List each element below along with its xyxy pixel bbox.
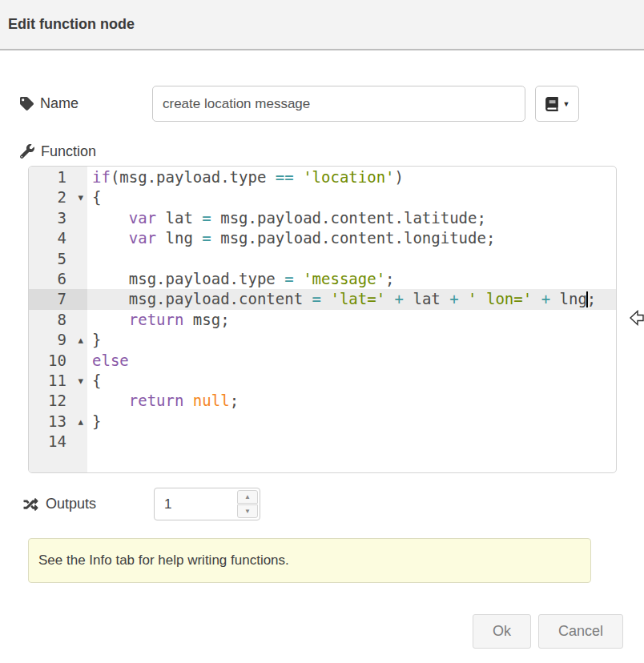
gutter-line-5: 5 <box>29 249 87 269</box>
outputs-label: Outputs <box>22 488 96 520</box>
spin-up-icon: ▲ <box>244 493 251 500</box>
ok-button[interactable]: Ok <box>473 614 531 649</box>
gutter-line-10: 10 <box>29 351 87 371</box>
editor-code[interactable]: if(msg.payload.type == 'location'){ var … <box>87 167 616 472</box>
fold-end-icon[interactable]: ▴ <box>78 330 83 350</box>
code-line-12[interactable]: return null; <box>87 391 616 411</box>
outputs-label-text: Outputs <box>46 496 96 512</box>
fold-end-icon[interactable]: ▴ <box>78 412 83 432</box>
outputs-spin-buttons: ▲ ▼ <box>237 490 258 518</box>
fold-open-icon[interactable]: ▾ <box>78 187 83 207</box>
code-line-1[interactable]: if(msg.payload.type == 'location') <box>87 167 616 187</box>
mouse-cursor <box>630 310 644 330</box>
gutter-line-8: 8 <box>29 310 87 330</box>
outputs-input[interactable] <box>155 488 233 520</box>
spin-up-button[interactable]: ▲ <box>237 490 258 504</box>
code-line-7[interactable]: msg.payload.content = 'lat=' + lat + ' l… <box>87 289 616 309</box>
code-line-13[interactable]: } <box>87 412 616 432</box>
code-line-3[interactable]: var lat = msg.payload.content.latitude; <box>87 208 616 228</box>
name-input[interactable] <box>152 86 525 122</box>
editor-gutter: 12▾3456789▴1011▾1213▴14 <box>29 167 87 472</box>
gutter-line-2: 2▾ <box>29 187 87 207</box>
code-line-4[interactable]: var lng = msg.payload.content.longitude; <box>87 228 616 248</box>
gutter-line-7: 7 <box>29 289 87 309</box>
gutter-line-9: 9▴ <box>29 330 87 350</box>
code-line-11[interactable]: { <box>87 371 616 391</box>
wrench-icon <box>20 144 34 159</box>
code-line-14[interactable] <box>87 432 616 452</box>
text-cursor <box>586 291 588 307</box>
code-line-6[interactable]: msg.payload.type = 'message'; <box>87 269 616 289</box>
shuffle-icon <box>22 497 39 512</box>
info-tip: See the Info tab for help writing functi… <box>28 538 591 583</box>
dialog-header: Edit function node <box>0 0 644 50</box>
function-label: Function <box>20 141 96 162</box>
gutter-line-12: 12 <box>29 391 87 411</box>
name-label: Name <box>20 86 78 122</box>
spin-down-button[interactable]: ▼ <box>237 504 258 518</box>
dialog-title: Edit function node <box>8 16 135 33</box>
cancel-button[interactable]: Cancel <box>538 614 623 649</box>
code-line-10[interactable]: else <box>87 351 616 371</box>
code-line-9[interactable]: } <box>87 330 616 350</box>
function-label-text: Function <box>41 143 96 160</box>
gutter-line-6: 6 <box>29 269 87 289</box>
tag-icon <box>20 97 34 110</box>
outputs-spinner: ▲ ▼ <box>154 488 260 520</box>
gutter-line-3: 3 <box>29 208 87 228</box>
info-text: See the Info tab for help writing functi… <box>38 552 289 569</box>
code-line-5[interactable] <box>87 249 616 269</box>
code-line-8[interactable]: return msg; <box>87 310 616 330</box>
fold-open-icon[interactable]: ▾ <box>78 371 83 391</box>
library-button[interactable]: ▼ <box>535 86 579 122</box>
code-line-2[interactable]: { <box>87 187 616 207</box>
gutter-line-1: 1 <box>29 167 87 187</box>
name-label-text: Name <box>40 95 78 112</box>
code-editor[interactable]: 12▾3456789▴1011▾1213▴14 if(msg.payload.t… <box>28 166 617 473</box>
gutter-line-4: 4 <box>29 228 87 248</box>
spin-down-icon: ▼ <box>244 508 251 515</box>
caret-down-icon: ▼ <box>563 100 570 108</box>
gutter-line-11: 11▾ <box>29 371 87 391</box>
book-icon <box>545 97 559 111</box>
gutter-line-14: 14 <box>29 432 87 452</box>
gutter-line-13: 13▴ <box>29 412 87 432</box>
